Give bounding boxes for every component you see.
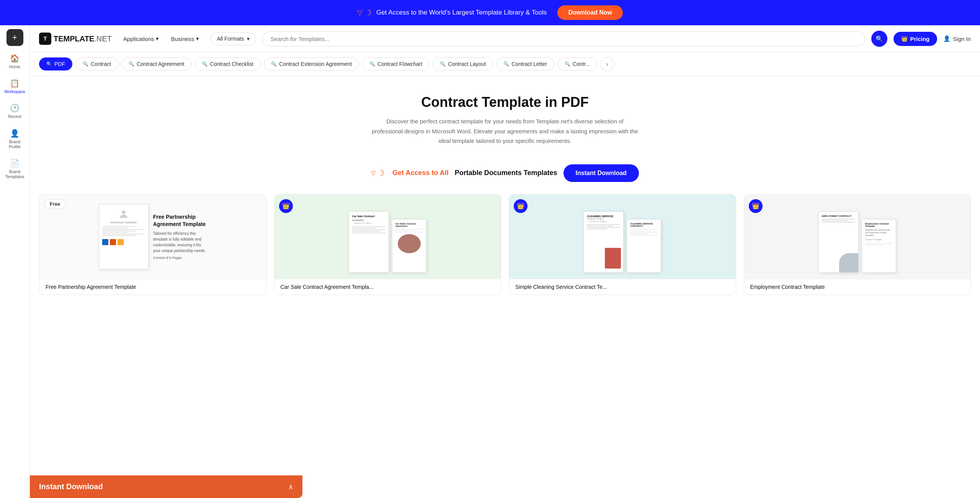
brand-profile-icon: 👤: [10, 129, 20, 138]
nav-links: Applications ▾ Business ▾: [118, 32, 204, 45]
bottom-bar-chevron-icon: ∧: [288, 483, 293, 491]
banner-icons: ▽ ☽: [357, 8, 372, 17]
search-icon: 🔍: [565, 61, 570, 67]
pill-nav: 🔍 PDF 🔍 Contract 🔍 Contract Agreement 🔍 …: [30, 52, 980, 76]
card-text-1: Free Partnership Agreement Template Tail…: [153, 213, 207, 259]
sidebar-item-home[interactable]: 🏠 Home: [0, 49, 29, 74]
doc-preview-3b: Cleaning Service Contract: [627, 219, 661, 273]
logo-t: T: [44, 36, 47, 42]
pill-contract-extension-agreement[interactable]: 🔍 Contract Extension Agreement: [264, 57, 359, 70]
banner-moon-icon: ☽: [365, 8, 372, 17]
chevron-down-icon: ▾: [156, 35, 159, 42]
app-container: + 🏠 Home 📋 Workspace 🕐 Recent 👤 Brand Pr…: [0, 25, 980, 498]
instant-download-button[interactable]: Instant Download: [564, 164, 639, 182]
sidebar-item-recent[interactable]: 🕐 Recent: [0, 99, 29, 124]
cta-strip: ▽ ☽ Get Access to All Portable Documents…: [30, 158, 980, 194]
hero-description: Discover the perfect contract template f…: [371, 116, 639, 146]
cta-triangle-icon: ▽: [371, 169, 376, 177]
recent-icon: 🕐: [10, 103, 20, 113]
business-nav[interactable]: Business ▾: [166, 32, 204, 45]
logo: T TEMPLATE.NET: [39, 33, 112, 45]
search-input[interactable]: [262, 31, 865, 46]
premium-badge-2: 👑: [279, 199, 293, 213]
free-badge: Free: [44, 199, 66, 209]
search-button[interactable]: 🔍: [871, 31, 887, 47]
hero-title: Contract Template in PDF: [45, 94, 965, 110]
cta-normal-text: Portable Documents Templates: [455, 169, 557, 177]
pill-contract[interactable]: 🔍 Contract: [75, 57, 118, 70]
top-banner: ▽ ☽ Get Access to the World's Largest Te…: [0, 0, 980, 25]
chevron-down-icon: ▾: [196, 35, 199, 42]
pill-contract-more[interactable]: 🔍 Contr...: [557, 57, 597, 70]
pill-contract-flowchart[interactable]: 🔍 Contract Flowchart: [362, 57, 430, 70]
search-icon: 🔍: [271, 61, 277, 67]
template-card-free-partnership[interactable]: Free PARTNERSHIP AGREEMENT: [39, 194, 266, 295]
add-button[interactable]: +: [7, 29, 23, 46]
pill-contract-layout[interactable]: 🔍 Contract Layout: [433, 57, 493, 70]
crown-icon: 👑: [901, 36, 908, 42]
doc-preview-2a: Car Sale Contract AGREEMENT — CONSISTS O…: [349, 211, 389, 273]
workspace-icon: 📋: [10, 79, 20, 88]
sidebar-item-brand-templates[interactable]: 📄 Brand Templates: [0, 154, 29, 184]
banner-text: Get Access to the World's Largest Templa…: [376, 9, 547, 16]
pill-nav-next-button[interactable]: ›: [600, 57, 614, 71]
format-selector[interactable]: All Formats ▾: [211, 32, 256, 45]
doc-preview-3a: CLEANING SERVICE BUSINESS CONTRACT — CON…: [583, 211, 624, 273]
cta-accent-text: Get Access to All: [392, 169, 449, 177]
brand-templates-icon: 📄: [10, 159, 20, 168]
search-icon: 🔍: [202, 61, 207, 67]
sidebar-item-workspace[interactable]: 📋 Workspace: [0, 74, 29, 99]
sidebar-label-brand-profile: Brand Profile: [3, 139, 26, 149]
pill-contract-checklist[interactable]: 🔍 Contract Checklist: [194, 57, 261, 70]
content-area: Contract Template in PDF Discover the pe…: [30, 76, 980, 498]
card-footer-3: Simple Cleaning Service Contract Te...: [509, 279, 736, 295]
premium-badge-4: 👑: [749, 199, 763, 213]
sidebar: + 🏠 Home 📋 Workspace 🕐 Recent 👤 Brand Pr…: [0, 25, 30, 498]
bottom-bar-label: Instant Download: [39, 482, 103, 491]
sidebar-label-home: Home: [9, 64, 20, 69]
template-card-car-sale[interactable]: 👑 Car Sale Contract AGREEMENT — CONSISTS…: [274, 194, 501, 295]
hero-section: Contract Template in PDF Discover the pe…: [30, 76, 980, 158]
user-icon: 👤: [943, 35, 951, 42]
template-card-cleaning[interactable]: 👑 CLEANING SERVICE BUSINESS CONTRACT — C…: [509, 194, 736, 295]
search-icon: 🔍: [875, 35, 883, 43]
doc-preview-1: PARTNERSHIP AGREEMENT: [99, 204, 149, 269]
search-icon: 🔍: [369, 61, 375, 67]
search-icon: 🔍: [129, 61, 134, 67]
pill-pdf[interactable]: 🔍 PDF: [39, 57, 72, 70]
sidebar-label-brand-templates: Brand Templates: [3, 169, 26, 179]
home-icon: 🏠: [10, 54, 20, 63]
bottom-instant-download-bar[interactable]: Instant Download ∧: [30, 475, 302, 498]
pricing-button[interactable]: 👑 Pricing: [893, 32, 937, 46]
cta-moon-icon: ☽: [377, 168, 385, 178]
sign-in-button[interactable]: 👤 Sign In: [943, 35, 971, 42]
doc-preview-2b: Car Sales Contract Agreement: [392, 219, 426, 273]
search-icon: 🔍: [83, 61, 88, 67]
template-card-employment[interactable]: 👑 EMPLOYMENT CONTRACT Employment Contrac…: [744, 194, 971, 295]
card-preview-3: 👑 CLEANING SERVICE BUSINESS CONTRACT — C…: [509, 195, 736, 279]
card-footer-2: Car Sale Contract Agreement Templa...: [274, 279, 501, 295]
sidebar-item-brand-profile[interactable]: 👤 Brand Profile: [0, 124, 29, 154]
doc-preview-4a: EMPLOYMENT CONTRACT: [818, 211, 859, 273]
svg-point-0: [122, 210, 126, 214]
card-footer-4: Employment Contract Template: [744, 279, 971, 295]
download-now-button[interactable]: Download Now: [557, 5, 623, 20]
card-preview-4: 👑 EMPLOYMENT CONTRACT Employment Contrac…: [744, 195, 971, 279]
header: T TEMPLATE.NET Applications ▾ Business ▾…: [30, 25, 980, 52]
template-grid: Free PARTNERSHIP AGREEMENT: [30, 194, 980, 326]
main-area: T TEMPLATE.NET Applications ▾ Business ▾…: [30, 25, 980, 498]
card-preview-1: Free PARTNERSHIP AGREEMENT: [39, 195, 266, 279]
applications-nav[interactable]: Applications ▾: [118, 32, 164, 45]
pill-contract-agreement[interactable]: 🔍 Contract Agreement: [121, 57, 192, 70]
cta-icons: ▽ ☽: [371, 168, 385, 178]
sidebar-label-workspace: Workspace: [4, 89, 25, 94]
search-icon: 🔍: [440, 61, 446, 67]
chevron-down-icon: ▾: [247, 36, 250, 42]
card-preview-2: 👑 Car Sale Contract AGREEMENT — CONSISTS…: [274, 195, 501, 279]
pill-contract-letter[interactable]: 🔍 Contract Letter: [496, 57, 554, 70]
banner-triangle-icon: ▽: [357, 8, 363, 17]
search-icon: 🔍: [46, 61, 52, 67]
card-footer-1: Free Partnership Agreement Template: [39, 279, 266, 295]
logo-icon: T: [39, 33, 51, 45]
doc-preview-4b: Employment Contract Template Empower you…: [862, 219, 896, 273]
